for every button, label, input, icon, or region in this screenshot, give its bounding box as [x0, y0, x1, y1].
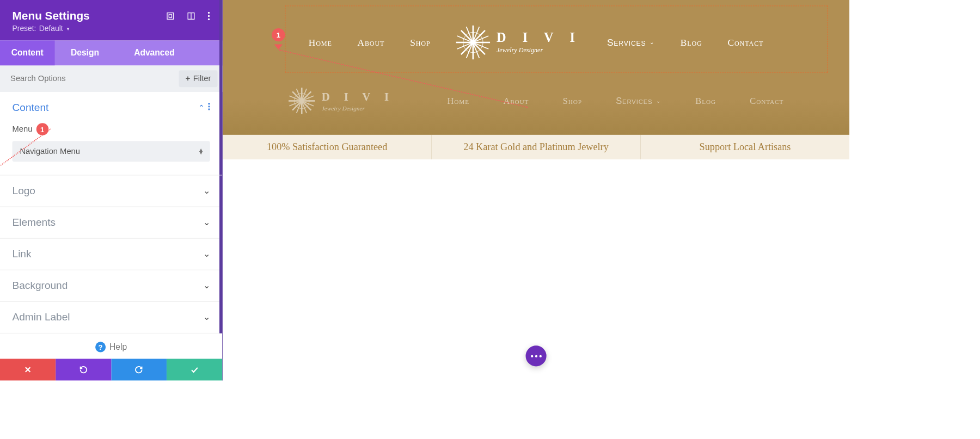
chevron-up-icon: ⌃ — [198, 103, 204, 112]
panel-toggle-icon[interactable] — [187, 12, 195, 21]
svg-point-7 — [208, 103, 210, 104]
svg-point-9 — [208, 108, 210, 110]
nav-contact[interactable]: Contact — [750, 96, 783, 106]
feature-band: 100% Satisfaction Guaranteed 24 Karat Go… — [223, 135, 849, 159]
section-link[interactable]: Link ⌄ — [0, 239, 222, 270]
fullscreen-icon[interactable] — [166, 12, 175, 21]
sidebar-title: Menu Settings — [13, 9, 90, 22]
section-more-icon[interactable] — [208, 103, 210, 112]
chevron-down-icon: ⌄ — [203, 312, 210, 323]
chevron-down-icon: ⌄ — [650, 39, 655, 46]
save-button[interactable] — [167, 359, 222, 381]
svg-rect-1 — [169, 15, 171, 17]
nav-contact[interactable]: Contact — [728, 37, 764, 48]
selection-badge: 1 — [272, 28, 285, 41]
more-icon[interactable] — [207, 12, 210, 21]
logo-sub: Jewelry Designer — [497, 47, 581, 54]
logo-main: D I V I — [497, 31, 581, 44]
search-row: + Filter — [0, 65, 222, 92]
site-logo[interactable]: D I V I Jewelry Designer — [289, 88, 395, 114]
star-logo-icon — [289, 88, 315, 114]
band-item: 100% Satisfaction Guaranteed — [223, 135, 432, 159]
settings-sidebar: Menu Settings Preset: Default ▼ Content … — [0, 0, 223, 380]
nav-blog[interactable]: Blog — [695, 96, 716, 106]
builder-fab[interactable] — [526, 345, 547, 366]
menu-label: Menu — [13, 125, 33, 134]
section-logo[interactable]: Logo ⌄ — [0, 175, 222, 206]
cancel-button[interactable] — [0, 359, 56, 381]
site-logo[interactable]: D I V I Jewelry Designer — [456, 26, 581, 59]
nav-blog[interactable]: Blog — [681, 37, 702, 48]
hero-header: 1 Home About Shop D I V I Jewelry Design… — [223, 0, 849, 135]
section-content: Content ⌃ Menu 1 Navigation Menu ▲▼ — [0, 92, 222, 175]
plus-icon: + — [186, 74, 191, 83]
redo-button[interactable] — [111, 359, 167, 381]
primary-menu: Home About Shop D I V I Jewelry Designer… — [223, 26, 849, 59]
star-logo-icon — [456, 26, 489, 59]
logo-sub: Jewelry Designer — [322, 105, 395, 111]
section-admin-label[interactable]: Admin Label ⌄ — [0, 302, 222, 333]
section-content-header[interactable]: Content ⌃ — [0, 92, 222, 123]
menu-badge: 1 — [36, 123, 48, 135]
logo-main: D I V I — [322, 91, 395, 102]
filter-button[interactable]: + Filter — [179, 70, 218, 87]
nav-shop[interactable]: Shop — [410, 37, 430, 48]
sidebar-footer — [0, 359, 222, 381]
sidebar-header: Menu Settings Preset: Default ▼ — [0, 0, 222, 41]
band-item: 24 Karat Gold and Platinum Jewelry — [432, 135, 641, 159]
svg-rect-0 — [167, 13, 174, 20]
svg-point-6 — [208, 18, 210, 20]
band-item: Support Local Artisans — [641, 135, 849, 159]
undo-button[interactable] — [56, 359, 111, 381]
svg-point-8 — [208, 106, 210, 107]
chevron-down-icon: ⌄ — [656, 97, 661, 104]
help-icon: ? — [95, 342, 106, 352]
tab-advanced[interactable]: Advanced — [115, 41, 193, 66]
nav-shop[interactable]: Shop — [563, 96, 582, 106]
nav-about[interactable]: About — [357, 37, 384, 48]
menu-select[interactable]: Navigation Menu ▲▼ — [13, 141, 210, 162]
nav-services[interactable]: Services⌄ — [607, 37, 655, 48]
chevron-down-icon: ⌄ — [203, 249, 210, 259]
nav-home[interactable]: Home — [309, 37, 332, 48]
svg-point-4 — [208, 12, 210, 14]
nav-home[interactable]: Home — [448, 96, 469, 106]
sidebar-tabs: Content Design Advanced — [0, 41, 222, 66]
help-link[interactable]: ? Help — [0, 333, 222, 359]
caret-down-icon: ▼ — [66, 26, 71, 32]
preset-selector[interactable]: Preset: Default ▼ — [13, 24, 210, 33]
chevron-down-icon: ⌄ — [203, 186, 210, 196]
section-elements[interactable]: Elements ⌄ — [0, 207, 222, 238]
svg-point-5 — [208, 15, 210, 17]
section-background[interactable]: Background ⌄ — [0, 270, 222, 301]
tab-design[interactable]: Design — [55, 41, 115, 66]
chevron-down-icon: ⌄ — [203, 218, 210, 228]
chevron-down-icon: ⌄ — [203, 281, 210, 291]
selection-caret-icon — [274, 44, 283, 50]
select-arrows-icon: ▲▼ — [198, 149, 203, 154]
secondary-menu: D I V I Jewelry Designer Home About Shop… — [223, 88, 849, 114]
tab-content[interactable]: Content — [0, 41, 55, 66]
preview-pane: 1 Home About Shop D I V I Jewelry Design… — [223, 0, 849, 380]
nav-services[interactable]: Services⌄ — [616, 96, 661, 106]
search-input[interactable] — [10, 74, 174, 83]
